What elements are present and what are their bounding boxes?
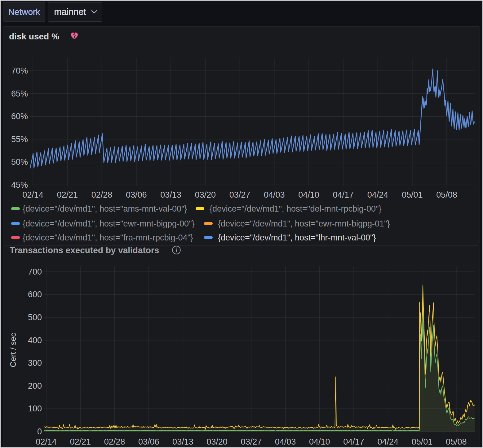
svg-text:60%: 60% <box>11 112 28 121</box>
svg-text:400: 400 <box>28 336 42 345</box>
svg-text:Network: Network <box>8 7 41 17</box>
svg-text:04/17: 04/17 <box>343 437 364 446</box>
svg-text:300: 300 <box>28 358 42 368</box>
svg-text:04/17: 04/17 <box>333 190 354 199</box>
svg-text:45%: 45% <box>11 180 28 190</box>
svg-text:02/21: 02/21 <box>70 437 91 446</box>
svg-text:Transactions executed by valid: Transactions executed by validators <box>10 245 159 255</box>
svg-text:50%: 50% <box>11 157 28 167</box>
svg-text:04/24: 04/24 <box>378 437 399 446</box>
svg-text:04/03: 04/03 <box>275 437 296 446</box>
svg-text:Cert / sec: Cert / sec <box>8 333 18 367</box>
svg-text:{device="/dev/md1", host="lhr-: {device="/dev/md1", host="lhr-mnt-val-00… <box>218 233 376 242</box>
svg-text:{device="/dev/md1", host="ewr-: {device="/dev/md1", host="ewr-mnt-bigpg-… <box>23 219 195 228</box>
svg-text:65%: 65% <box>11 89 28 98</box>
svg-text:{device="/dev/md1", host="ams-: {device="/dev/md1", host="ams-mnt-val-00… <box>23 204 187 213</box>
svg-text:100: 100 <box>28 404 42 413</box>
svg-text:200: 200 <box>28 381 42 391</box>
svg-text:{device="/dev/md1", host="del-: {device="/dev/md1", host="del-mnt-rpcbig… <box>210 204 382 213</box>
svg-text:55%: 55% <box>11 135 28 144</box>
svg-text:02/28: 02/28 <box>91 190 113 199</box>
svg-text:{device="/dev/md1", host="fra-: {device="/dev/md1", host="fra-mnt-rpcbig… <box>23 233 193 242</box>
svg-text:disk used %: disk used % <box>9 32 59 41</box>
svg-text:03/20: 03/20 <box>206 437 228 446</box>
svg-text:03/06: 03/06 <box>126 190 147 199</box>
svg-text:03/13: 03/13 <box>172 437 193 446</box>
svg-text:03/06: 03/06 <box>138 437 159 446</box>
svg-text:03/27: 03/27 <box>241 437 262 446</box>
svg-text:05/08: 05/08 <box>436 190 457 199</box>
svg-text:700: 700 <box>28 267 42 276</box>
svg-text:500: 500 <box>28 313 42 322</box>
svg-text:02/21: 02/21 <box>57 190 78 199</box>
svg-text:70%: 70% <box>11 66 28 75</box>
svg-text:{device="/dev/md1", host="ewr-: {device="/dev/md1", host="ewr-mnt-bigpg-… <box>218 219 390 228</box>
svg-text:05/01: 05/01 <box>402 190 423 199</box>
svg-text:03/27: 03/27 <box>229 190 250 199</box>
svg-text:03/13: 03/13 <box>160 190 181 199</box>
svg-text:02/14: 02/14 <box>22 190 43 199</box>
svg-text:04/10: 04/10 <box>298 190 319 199</box>
svg-text:0: 0 <box>37 427 42 436</box>
svg-text:05/08: 05/08 <box>446 437 467 446</box>
svg-text:04/03: 04/03 <box>264 190 285 199</box>
svg-text:03/20: 03/20 <box>195 190 216 199</box>
svg-text:02/28: 02/28 <box>104 437 125 446</box>
svg-text:mainnet: mainnet <box>54 7 86 17</box>
svg-text:04/10: 04/10 <box>309 437 330 446</box>
svg-text:04/24: 04/24 <box>367 190 388 199</box>
svg-text:05/01: 05/01 <box>412 437 433 446</box>
svg-text:600: 600 <box>28 290 42 299</box>
svg-text:02/14: 02/14 <box>36 437 57 446</box>
